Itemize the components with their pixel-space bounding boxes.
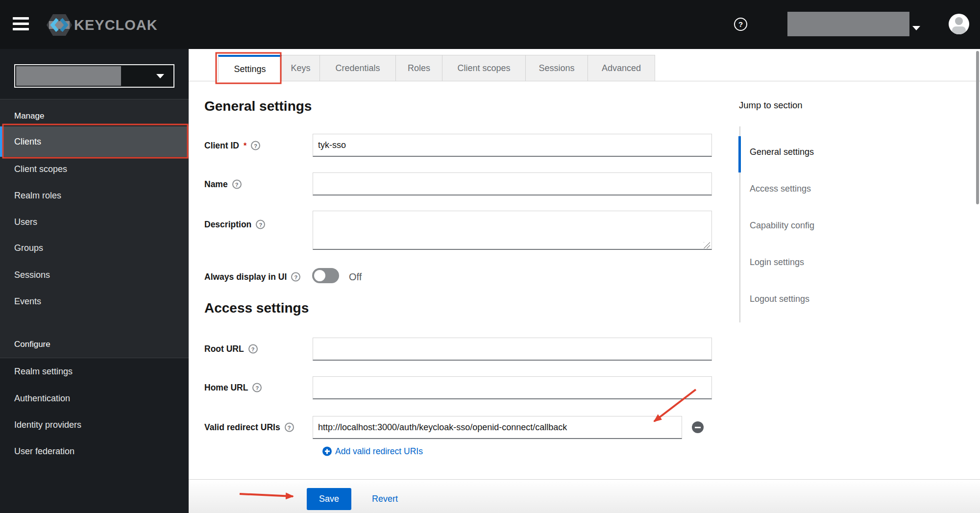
keycloak-logo[interactable]: KEYCLOAK bbox=[47, 14, 158, 36]
keycloak-logo-icon bbox=[47, 14, 72, 36]
home-url-label: Home URL ? bbox=[204, 383, 262, 393]
access-settings-heading: Access settings bbox=[204, 300, 309, 317]
tab-sessions[interactable]: Sessions bbox=[526, 55, 588, 81]
sidebar-item-realm-roles[interactable]: Realm roles bbox=[14, 191, 61, 201]
save-button[interactable]: Save bbox=[307, 488, 351, 510]
nav-section-title-configure: Configure bbox=[14, 340, 50, 349]
valid-redirect-uris-label: Valid redirect URIs ? bbox=[204, 422, 294, 433]
avatar-head bbox=[955, 17, 963, 25]
hamburger-bar bbox=[13, 23, 29, 25]
root-url-input[interactable] bbox=[313, 338, 712, 361]
help-glyph: ? bbox=[256, 385, 259, 391]
client-id-label: Client ID * ? bbox=[204, 141, 260, 151]
help-icon[interactable]: ? bbox=[232, 180, 242, 189]
jump-link-logout-settings[interactable]: Logout settings bbox=[750, 294, 809, 304]
sidebar-item-identity-providers[interactable]: Identity providers bbox=[14, 420, 81, 430]
name-input[interactable] bbox=[313, 172, 712, 195]
redacted-username bbox=[787, 12, 909, 36]
label-text: Description bbox=[204, 220, 251, 230]
help-glyph: ? bbox=[738, 20, 743, 28]
root-url-label: Root URL ? bbox=[204, 344, 258, 354]
help-glyph: ? bbox=[254, 143, 257, 148]
redacted-realm-name bbox=[16, 66, 121, 86]
label-text: Client ID bbox=[204, 141, 239, 151]
client-id-input[interactable] bbox=[313, 134, 712, 157]
sidebar-divider bbox=[0, 99, 189, 99]
help-icon[interactable]: ? bbox=[252, 383, 262, 392]
help-icon[interactable]: ? bbox=[248, 344, 258, 354]
help-icon[interactable]: ? bbox=[256, 220, 265, 229]
description-label: Description ? bbox=[204, 220, 265, 230]
avatar-body bbox=[952, 26, 966, 34]
description-textarea[interactable] bbox=[313, 211, 712, 250]
sidebar-item-client-scopes[interactable]: Client scopes bbox=[14, 164, 67, 174]
home-url-input[interactable] bbox=[313, 376, 712, 399]
sidebar: Manage Clients Client scopes Realm roles… bbox=[0, 49, 189, 513]
form-actions-footer: Save Revert bbox=[189, 479, 980, 513]
label-text: Home URL bbox=[204, 383, 248, 393]
avatar[interactable] bbox=[949, 14, 969, 34]
tab-advanced[interactable]: Advanced bbox=[588, 55, 655, 81]
toggle-knob bbox=[314, 270, 325, 281]
scrollbar-thumb[interactable] bbox=[976, 51, 979, 204]
sidebar-item-groups[interactable]: Groups bbox=[14, 243, 43, 253]
label-text: Root URL bbox=[204, 344, 244, 354]
label-text: Always display in UI bbox=[204, 272, 287, 282]
help-glyph: ? bbox=[288, 424, 291, 430]
general-settings-heading: General settings bbox=[204, 98, 312, 115]
remove-redirect-uri-icon[interactable] bbox=[692, 421, 704, 433]
help-glyph: ? bbox=[259, 221, 262, 227]
always-display-label: Always display in UI ? bbox=[204, 272, 300, 282]
help-glyph: ? bbox=[294, 274, 297, 280]
tab-client-scopes[interactable]: Client scopes bbox=[442, 55, 526, 81]
sidebar-item-authentication[interactable]: Authentication bbox=[14, 393, 70, 404]
tab-credentials[interactable]: Credentials bbox=[320, 55, 396, 81]
required-asterisk: * bbox=[244, 141, 246, 150]
always-display-toggle[interactable] bbox=[312, 268, 339, 283]
tab-settings[interactable]: Settings bbox=[218, 55, 282, 81]
keycloak-admin-console: KEYCLOAK ? Manage Clients Client scopes … bbox=[0, 0, 980, 513]
help-icon[interactable]: ? bbox=[291, 272, 300, 282]
hamburger-menu-icon[interactable] bbox=[13, 17, 29, 32]
help-glyph: ? bbox=[235, 181, 239, 187]
tabbar-spacer bbox=[189, 55, 218, 81]
help-icon[interactable]: ? bbox=[734, 18, 747, 31]
textarea-resize-grip-icon[interactable] bbox=[704, 242, 710, 248]
jump-link-login-settings[interactable]: Login settings bbox=[750, 257, 804, 268]
sidebar-item-users[interactable]: Users bbox=[14, 217, 37, 227]
label-text: Valid redirect URIs bbox=[204, 422, 280, 433]
realm-selector[interactable] bbox=[14, 64, 174, 88]
tabbar-filler bbox=[655, 55, 980, 81]
nav-section-title-manage: Manage bbox=[14, 111, 44, 121]
toggle-state-label: Off bbox=[349, 271, 362, 283]
tab-keys[interactable]: Keys bbox=[282, 55, 320, 81]
name-label: Name ? bbox=[204, 179, 242, 190]
help-icon[interactable]: ? bbox=[251, 141, 260, 150]
client-tabs: Settings Keys Credentials Roles Client s… bbox=[189, 55, 980, 81]
label-text: Name bbox=[204, 179, 228, 190]
jump-link-access-settings[interactable]: Access settings bbox=[750, 184, 811, 194]
hamburger-bar bbox=[13, 17, 29, 20]
add-redirect-uri-link[interactable]: Add valid redirect URIs bbox=[322, 446, 423, 457]
tab-roles[interactable]: Roles bbox=[396, 55, 442, 81]
sidebar-item-realm-settings[interactable]: Realm settings bbox=[14, 366, 73, 377]
jump-to-section-heading: Jump to section bbox=[739, 100, 803, 111]
valid-redirect-uri-input[interactable] bbox=[313, 416, 682, 439]
revert-link[interactable]: Revert bbox=[372, 494, 398, 504]
jump-nav-active-indicator bbox=[738, 136, 741, 172]
jump-link-capability-config[interactable]: Capability config bbox=[750, 220, 814, 231]
plus-circle-icon bbox=[322, 447, 332, 456]
hamburger-bar bbox=[13, 28, 29, 30]
jump-link-general-settings[interactable]: General settings bbox=[750, 147, 814, 157]
sidebar-item-clients[interactable]: Clients bbox=[0, 126, 189, 157]
caret-down-icon bbox=[156, 74, 164, 78]
caret-down-icon[interactable] bbox=[912, 26, 920, 30]
app-name: KEYCLOAK bbox=[74, 17, 158, 33]
top-header: KEYCLOAK ? bbox=[0, 0, 980, 49]
help-icon[interactable]: ? bbox=[285, 423, 294, 432]
help-glyph: ? bbox=[251, 346, 255, 352]
sidebar-item-events[interactable]: Events bbox=[14, 296, 41, 307]
sidebar-divider bbox=[0, 358, 189, 358]
sidebar-item-sessions[interactable]: Sessions bbox=[14, 270, 50, 280]
sidebar-item-user-federation[interactable]: User federation bbox=[14, 446, 74, 457]
